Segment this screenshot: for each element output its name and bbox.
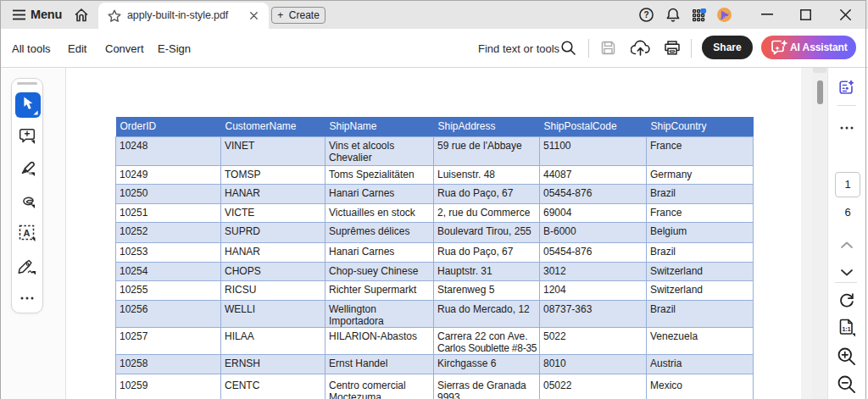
svg-text:A: A: [24, 228, 31, 238]
svg-text:?: ?: [643, 10, 648, 19]
svg-text:1:1: 1:1: [842, 326, 850, 332]
